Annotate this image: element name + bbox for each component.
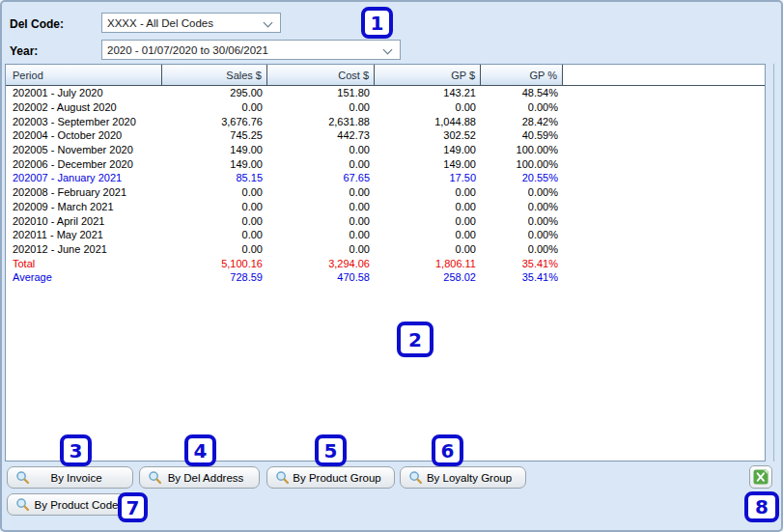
by-loyalty-group-button[interactable]: By Loyalty Group: [400, 466, 526, 489]
chevron-down-icon: [264, 18, 273, 28]
table-cell: 0.00: [375, 186, 481, 198]
table-row[interactable]: 202012 - June 20210.000.000.000.00%: [6, 242, 765, 257]
table-cell: 0.00: [162, 101, 267, 113]
annotation-badge-5: 5: [315, 434, 347, 466]
table-cell: 745.25: [162, 129, 267, 141]
table-cell: 302.52: [375, 129, 481, 141]
table-cell: 202008 - February 2021: [6, 186, 162, 198]
chevron-down-icon: [383, 45, 393, 55]
table-cell: 5,100.16: [162, 258, 267, 269]
table-body: 202001 - July 2020295.00151.80143.2148.5…: [6, 86, 765, 285]
table-cell: 202002 - August 2020: [6, 101, 162, 113]
period-table: Period Sales $ Cost $ GP $ GP % 202001 -…: [5, 64, 766, 462]
table-cell: 20.55%: [481, 172, 563, 183]
table-cell: 100.00%: [481, 158, 563, 170]
table-cell: 0.00: [267, 101, 375, 113]
button-label: By Invoice: [30, 472, 123, 484]
by-product-group-button[interactable]: By Product Group: [266, 466, 395, 489]
table-cell: 202012 - June 2021: [6, 243, 162, 255]
column-header-gp-percent[interactable]: GP %: [481, 65, 563, 85]
annotation-badge-8: 8: [744, 491, 779, 522]
table-cell: 728.59: [162, 271, 267, 283]
table-cell: 258.02: [375, 271, 481, 283]
button-label: By Product Code: [30, 499, 123, 511]
table-row[interactable]: 202009 - March 20210.000.000.000.00%: [6, 200, 765, 214]
table-cell: 0.00: [267, 229, 375, 240]
button-label: By Loyalty Group: [423, 472, 516, 484]
table-row[interactable]: 202002 - August 20200.000.000.000.00%: [6, 100, 765, 115]
export-excel-button[interactable]: [749, 465, 772, 489]
by-del-address-button[interactable]: By Del Address: [139, 466, 260, 489]
table-cell: 100.00%: [481, 144, 563, 155]
column-header-gp-dollar[interactable]: GP $: [375, 65, 481, 85]
table-cell: 0.00%: [481, 201, 563, 212]
by-product-code-button[interactable]: By Product Code: [7, 493, 133, 516]
table-cell: 48.54%: [481, 87, 563, 98]
table-row[interactable]: Total5,100.163,294.061,806.1135.41%: [6, 256, 765, 270]
table-cell: 202007 - January 2021: [6, 172, 162, 183]
button-label: By Del Address: [162, 472, 249, 484]
table-cell: 202005 - November 2020: [6, 144, 162, 155]
year-value: 2020 - 01/07/2020 to 30/06/2021: [107, 44, 268, 56]
table-cell: 0.00: [162, 243, 267, 255]
table-row[interactable]: 202008 - February 20210.000.000.000.00%: [6, 185, 765, 200]
table-cell: 0.00: [162, 229, 267, 240]
button-label: By Product Group: [290, 472, 384, 484]
table-cell: 149.00: [375, 158, 481, 170]
table-cell: 0.00%: [481, 186, 563, 198]
table-row[interactable]: 202007 - January 202185.1567.6517.5020.5…: [6, 171, 765, 185]
table-row[interactable]: 202006 - December 2020149.000.00149.0010…: [6, 156, 765, 171]
table-cell: 3,294.06: [267, 258, 375, 269]
table-cell: 470.58: [267, 271, 375, 283]
table-cell: 0.00: [267, 158, 375, 170]
report-window: Del Code: XXXX - All Del Codes Year: 202…: [0, 0, 783, 532]
table-row[interactable]: 202004 - October 2020745.25442.73302.524…: [6, 128, 765, 143]
del-code-label: Del Code:: [10, 17, 64, 31]
table-cell: 0.00: [162, 201, 267, 212]
annotation-badge-2: 2: [397, 322, 433, 357]
del-code-value: XXXX - All Del Codes: [107, 17, 213, 29]
magnifier-icon: [408, 470, 423, 485]
magnifier-icon: [148, 470, 162, 485]
table-cell: 0.00: [267, 243, 375, 255]
table-row[interactable]: 202011 - May 20210.000.000.000.00%: [6, 228, 765, 242]
table-cell: 143.21: [375, 87, 481, 98]
year-select[interactable]: 2020 - 01/07/2020 to 30/06/2021: [101, 40, 401, 60]
table-cell: 1,806.11: [375, 258, 481, 269]
column-header-period[interactable]: Period: [6, 65, 162, 85]
table-cell: 149.00: [162, 158, 267, 170]
table-cell: 28.42%: [481, 116, 563, 127]
table-cell: 67.65: [267, 172, 375, 183]
table-cell: 0.00%: [481, 243, 563, 255]
table-row[interactable]: Average728.59470.58258.0235.41%: [6, 270, 765, 285]
table-cell: 442.73: [267, 129, 375, 141]
table-cell: 35.41%: [481, 258, 563, 269]
table-cell: 0.00: [375, 243, 481, 255]
table-row[interactable]: 202010 - April 20210.000.000.000.00%: [6, 213, 765, 228]
del-code-select[interactable]: XXXX - All Del Codes: [101, 13, 281, 33]
annotation-badge-7: 7: [118, 492, 148, 522]
table-cell: 1,044.88: [375, 116, 481, 127]
year-label: Year:: [10, 44, 38, 58]
table-cell: 0.00: [267, 201, 375, 212]
table-cell: 0.00: [375, 215, 481, 227]
column-header-filler: [563, 65, 765, 85]
annotation-badge-1: 1: [361, 7, 393, 39]
table-cell: 0.00: [267, 144, 375, 155]
table-cell: 0.00: [267, 215, 375, 227]
table-cell: 149.00: [375, 144, 481, 155]
column-header-sales[interactable]: Sales $: [162, 65, 267, 85]
table-cell: 151.80: [267, 87, 375, 98]
table-cell: 202011 - May 2021: [6, 229, 162, 240]
table-cell: 202010 - April 2021: [6, 215, 162, 227]
table-cell: 0.00%: [481, 101, 563, 113]
table-cell: 202006 - December 2020: [6, 158, 162, 170]
excel-export-icon: [753, 469, 769, 485]
column-header-cost[interactable]: Cost $: [267, 65, 375, 85]
table-cell: 85.15: [162, 172, 267, 183]
table-row[interactable]: 202005 - November 2020149.000.00149.0010…: [6, 143, 765, 157]
table-row[interactable]: 202001 - July 2020295.00151.80143.2148.5…: [6, 86, 765, 100]
by-invoice-button[interactable]: By Invoice: [7, 466, 133, 489]
magnifier-icon: [275, 470, 290, 485]
table-row[interactable]: 202003 - September 20203,676.762,631.881…: [6, 114, 765, 128]
